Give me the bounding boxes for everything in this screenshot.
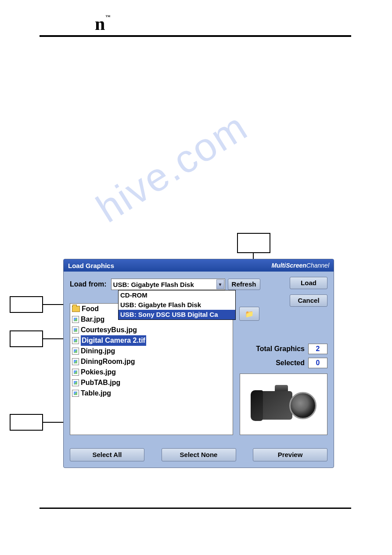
folder-up-icon: 📁: [245, 310, 254, 318]
dropdown-option[interactable]: USB: Gigabyte Flash Disk: [119, 300, 235, 310]
list-item[interactable]: Digital Camera 2.tif: [70, 335, 233, 346]
footer-rule: [40, 508, 351, 509]
file-name: Pokies.jpg: [81, 367, 116, 377]
folder-icon: [72, 306, 80, 312]
load-button[interactable]: Load: [290, 277, 327, 289]
file-name: PubTAB.jpg: [81, 377, 120, 388]
preview-pane: [240, 374, 327, 435]
preview-button[interactable]: Preview: [253, 448, 327, 461]
select-none-button[interactable]: Select None: [162, 448, 236, 461]
combo-value: USB: Gigabyte Flash Disk: [113, 281, 194, 288]
total-graphics-label: Total Graphics: [256, 345, 305, 353]
folder-up-button[interactable]: 📁: [239, 307, 259, 321]
brand-label: MultiScreenChannel: [271, 262, 329, 269]
refresh-button[interactable]: Refresh: [228, 279, 260, 290]
load-from-label: Load from:: [70, 280, 107, 288]
image-icon: [72, 379, 79, 386]
callout-box-selected-file: [10, 330, 43, 347]
total-graphics-value: 2: [308, 344, 327, 354]
logo-letter: n: [95, 13, 105, 34]
dropdown-option[interactable]: CD-ROM: [119, 290, 235, 300]
load-from-dropdown[interactable]: CD-ROM USB: Gigabyte Flash Disk USB: Son…: [118, 290, 236, 320]
file-list[interactable]: Food Bar.jpg CourtesyBus.jpg Digital Cam…: [70, 303, 233, 435]
file-name: Dining.jpg: [81, 346, 115, 356]
watermark: hive.com: [89, 104, 255, 232]
file-name: CourtesyBus.jpg: [81, 325, 137, 335]
selected-value: 0: [308, 358, 327, 368]
list-item[interactable]: Dining.jpg: [70, 346, 233, 356]
file-name: DiningRoom.jpg: [81, 356, 135, 367]
stats-panel: Total Graphics 2 Selected 0: [239, 344, 327, 372]
callout-box-folder: [10, 296, 43, 313]
dropdown-option[interactable]: USB: Sony DSC USB Digital Ca: [119, 310, 235, 319]
load-graphics-dialog: Load Graphics MultiScreenChannel Load fr…: [63, 259, 334, 468]
list-item[interactable]: Table.jpg: [70, 388, 233, 399]
preview-image: [251, 382, 316, 426]
selected-label: Selected: [276, 359, 305, 367]
image-icon: [72, 337, 79, 344]
load-from-combo[interactable]: USB: Gigabyte Flash Disk ▼: [111, 279, 225, 290]
image-icon: [72, 316, 79, 323]
image-icon: [72, 369, 79, 376]
select-all-button[interactable]: Select All: [70, 448, 144, 461]
file-name: Digital Camera 2.tif: [81, 335, 146, 346]
combo-arrow-icon[interactable]: ▼: [216, 279, 224, 289]
list-item[interactable]: DiningRoom.jpg: [70, 356, 233, 367]
header-rule: [40, 35, 351, 37]
file-name: Bar.jpg: [81, 314, 104, 325]
image-icon: [72, 358, 79, 365]
list-item[interactable]: PubTAB.jpg: [70, 377, 233, 388]
list-item[interactable]: Pokies.jpg: [70, 367, 233, 377]
image-icon: [72, 390, 79, 397]
dialog-title: Load Graphics: [68, 262, 114, 269]
image-icon: [72, 326, 79, 334]
list-item[interactable]: CourtesyBus.jpg: [70, 325, 233, 335]
dialog-titlebar: Load Graphics MultiScreenChannel: [64, 259, 334, 272]
file-name: Table.jpg: [81, 388, 111, 399]
cancel-button[interactable]: Cancel: [290, 294, 327, 307]
callout-box-preview: [10, 414, 43, 431]
file-name: Food: [82, 304, 99, 314]
image-icon: [72, 348, 79, 355]
callout-box-top: [237, 233, 270, 253]
